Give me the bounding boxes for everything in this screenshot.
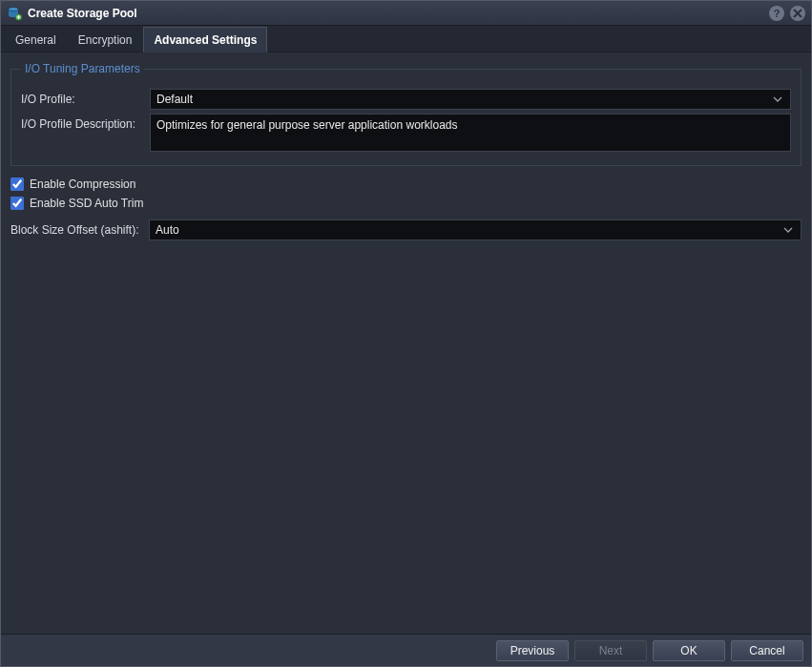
enable-trim-label: Enable SSD Auto Trim [30, 197, 143, 210]
dialog-footer: Previous Next OK Cancel [1, 634, 811, 666]
next-button: Next [574, 640, 647, 661]
help-icon[interactable]: ? [769, 6, 784, 21]
previous-button[interactable]: Previous [496, 640, 569, 661]
enable-compression-checkbox[interactable] [10, 177, 24, 191]
cancel-button[interactable]: Cancel [731, 640, 803, 661]
io-tuning-group: I/O Tuning Parameters I/O Profile: Defau… [10, 62, 802, 166]
content-area: I/O Tuning Parameters I/O Profile: Defau… [1, 52, 811, 634]
close-icon[interactable] [790, 6, 805, 21]
io-profile-desc-value: Optimizes for general purpose server app… [156, 118, 458, 132]
tab-encryption[interactable]: Encryption [68, 27, 143, 52]
dialog-window: Create Storage Pool ? General Encryption… [0, 0, 812, 667]
storage-pool-icon [7, 6, 22, 21]
chevron-down-icon [769, 90, 786, 109]
enable-trim-checkbox[interactable] [10, 197, 24, 210]
io-profile-desc-box: Optimizes for general purpose server app… [150, 114, 791, 152]
io-tuning-legend: I/O Tuning Parameters [21, 62, 144, 75]
io-profile-label: I/O Profile: [21, 89, 150, 106]
ashift-select[interactable]: Auto [149, 219, 802, 240]
io-profile-select[interactable]: Default [150, 89, 791, 110]
ok-button[interactable]: OK [653, 640, 725, 661]
titlebar: Create Storage Pool ? [1, 1, 811, 26]
ashift-label: Block Size Offset (ashift): [10, 219, 149, 237]
window-title: Create Storage Pool [28, 7, 137, 20]
chevron-down-icon [780, 220, 797, 240]
enable-compression-label: Enable Compression [30, 177, 135, 191]
enable-compression-row: Enable Compression [10, 177, 802, 191]
tab-general[interactable]: General [5, 27, 67, 52]
io-profile-row: I/O Profile: Default [21, 89, 791, 110]
io-profile-desc-label: I/O Profile Description: [21, 114, 150, 131]
ashift-value: Auto [156, 223, 179, 237]
io-profile-value: Default [156, 93, 193, 106]
io-profile-desc-row: I/O Profile Description: Optimizes for g… [21, 114, 791, 152]
tabstrip: General Encryption Advanced Settings [1, 26, 811, 52]
enable-trim-row: Enable SSD Auto Trim [10, 197, 802, 210]
tab-advanced-settings[interactable]: Advanced Settings [143, 27, 267, 52]
ashift-row: Block Size Offset (ashift): Auto [10, 219, 802, 240]
